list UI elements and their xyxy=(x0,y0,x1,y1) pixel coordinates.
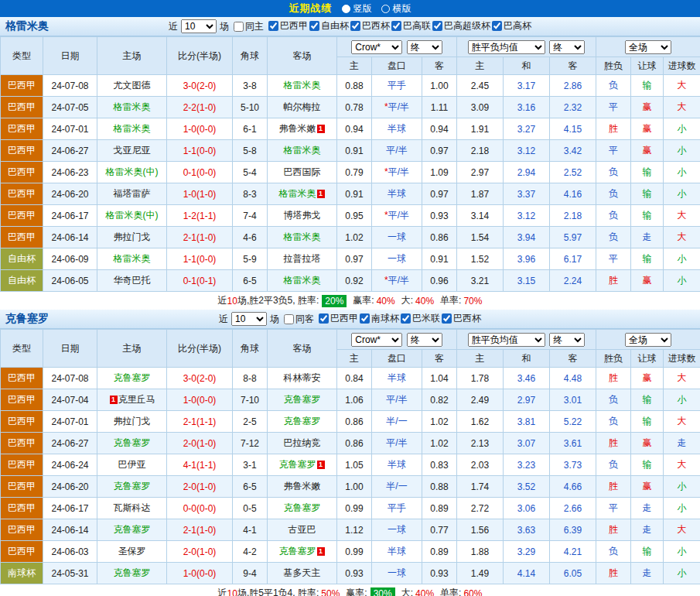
team-link[interactable]: 格雷米奥 xyxy=(279,188,316,199)
league-checkbox[interactable] xyxy=(492,21,502,31)
team-link[interactable]: 克鲁塞罗 xyxy=(114,567,151,578)
team-link[interactable]: 克鲁塞罗 xyxy=(114,481,151,492)
date-cell: 24-06-20 xyxy=(43,183,97,205)
avg-final-select[interactable]: 终 xyxy=(549,40,585,54)
same-venue-checkbox[interactable] xyxy=(234,22,244,32)
odds-provider-select[interactable]: Crow* xyxy=(351,333,402,347)
team-link[interactable]: 克鲁塞罗 xyxy=(114,372,151,383)
score-cell: 2-1(1-0) xyxy=(167,227,233,248)
team-link[interactable]: 福塔雷萨 xyxy=(114,188,151,199)
league-label: 巴西甲 xyxy=(280,19,308,33)
team-link[interactable]: 尤文图德 xyxy=(114,80,151,91)
league-checkbox[interactable] xyxy=(268,21,278,31)
team-link[interactable]: 弗鲁米嫩 xyxy=(284,481,321,492)
wdl-cell: 负 xyxy=(596,162,631,183)
team-link[interactable]: 格雷米奥(中) xyxy=(106,166,159,177)
team-link[interactable]: 格雷米奥 xyxy=(284,80,321,91)
same-venue-checkbox[interactable] xyxy=(284,314,294,324)
league-checkbox[interactable] xyxy=(360,313,370,324)
layout-option-horizontal[interactable]: 横版 xyxy=(381,2,411,15)
league-filter[interactable]: 巴西杯 xyxy=(442,312,481,325)
avg-away-cell: 3.01 xyxy=(550,389,596,411)
wdl-cell: 胜 xyxy=(596,563,631,584)
league-checkbox[interactable] xyxy=(442,313,452,324)
league-filter[interactable]: 巴高联 xyxy=(391,19,431,33)
team-link[interactable]: 巴拉纳竞 xyxy=(284,437,321,448)
team-link[interactable]: 弗拉门戈 xyxy=(114,416,151,426)
col-avg-draw: 和 xyxy=(504,350,550,368)
team-link[interactable]: 格雷米奥 xyxy=(284,145,321,156)
team-link[interactable]: 格雷米奥 xyxy=(114,101,151,112)
avg-home-cell: 2.45 xyxy=(457,75,504,97)
league-checkbox[interactable] xyxy=(309,21,319,31)
league-filter[interactable]: 巴西杯 xyxy=(350,19,390,33)
date-cell: 24-06-14 xyxy=(43,519,97,541)
team-link[interactable]: 弗拉门戈 xyxy=(114,231,151,242)
team-link[interactable]: 克里丘马 xyxy=(118,394,155,405)
team-link[interactable]: 格雷米奥 xyxy=(114,123,151,134)
team-link[interactable]: 克鲁塞罗 xyxy=(279,459,316,470)
radio-selected-icon[interactable] xyxy=(342,5,350,13)
team-link[interactable]: 拉普拉塔 xyxy=(284,253,321,264)
team-link[interactable]: 格雷米奥(中) xyxy=(106,210,159,221)
team-link[interactable]: 弗鲁米嫩 xyxy=(279,123,316,134)
same-venue-label: 同主 xyxy=(245,20,264,33)
odds-home-cell: 0.86 xyxy=(337,433,372,454)
radio-unselected-icon[interactable] xyxy=(381,5,390,13)
league-filter[interactable]: 巴西甲 xyxy=(319,312,358,325)
team-link[interactable]: 格雷米奥 xyxy=(114,253,151,264)
scope-select[interactable]: 全场 xyxy=(625,40,671,54)
league-checkbox[interactable] xyxy=(432,21,442,31)
league-checkbox[interactable] xyxy=(319,313,329,324)
league-filter[interactable]: 巴米联 xyxy=(401,312,440,325)
team-link[interactable]: 克鲁塞罗 xyxy=(279,546,316,557)
league-checkbox[interactable] xyxy=(391,21,401,31)
team-link[interactable]: 格雷米奥 xyxy=(284,275,321,286)
team-link[interactable]: 克鲁塞罗 xyxy=(114,437,151,448)
odds-provider-select[interactable]: Crow* xyxy=(351,40,402,54)
team-link[interactable]: 克鲁塞罗 xyxy=(114,524,151,535)
league-filter[interactable]: 自由杯 xyxy=(309,19,349,33)
avg-final-select[interactable]: 终 xyxy=(549,333,585,347)
odds-final-select[interactable]: 终 xyxy=(407,333,442,347)
team-link[interactable]: 博塔弗戈 xyxy=(284,210,321,221)
scope-select[interactable]: 全场 xyxy=(625,333,671,347)
league-checkbox[interactable] xyxy=(401,313,411,324)
league-filter[interactable]: 巴西甲 xyxy=(268,19,308,33)
team-link[interactable]: 瓦斯科达 xyxy=(114,502,151,513)
team-link[interactable]: 帕尔梅拉 xyxy=(284,101,321,112)
team-link[interactable]: 华奇巴托 xyxy=(114,275,151,286)
team-link[interactable]: 圣保罗 xyxy=(118,546,146,557)
team-link[interactable]: 基多天主 xyxy=(284,567,321,578)
league-filter[interactable]: 巴高超级杯 xyxy=(432,19,490,33)
team-link[interactable]: 格雷米奥 xyxy=(284,231,321,242)
league-label: 南球杯 xyxy=(371,312,399,325)
away-team-cell: 科林蒂安 xyxy=(268,368,337,389)
team-link[interactable]: 克鲁塞罗 xyxy=(284,416,321,426)
goals-result-cell: 小 xyxy=(664,389,700,411)
avg-type-select[interactable]: 胜平负均值 xyxy=(468,333,545,347)
league-type-cell: 自由杯 xyxy=(1,270,43,292)
team-link[interactable]: 克鲁塞罗 xyxy=(284,394,321,405)
same-venue-filter[interactable]: 同主 xyxy=(234,20,264,33)
same-venue-filter[interactable]: 同客 xyxy=(284,313,314,326)
league-filter[interactable]: 巴高杯 xyxy=(492,19,531,33)
avg-type-select[interactable]: 胜平负均值 xyxy=(468,40,545,54)
team-link[interactable]: 巴伊亚 xyxy=(118,459,146,470)
team-link[interactable]: 古亚巴 xyxy=(289,524,316,535)
team-link[interactable]: 巴西国际 xyxy=(284,166,321,177)
recent-count-select[interactable]: 10 xyxy=(231,312,267,326)
footer-summary-text: 场,胜2平3负5, 胜率: xyxy=(237,294,319,307)
table-row: 巴西甲24-06-20克鲁塞罗2-0(1-0)6-5弗鲁米嫩1.00半/一0.8… xyxy=(1,476,700,498)
league-checkbox[interactable] xyxy=(350,21,360,31)
handicap-cell: *平/半 xyxy=(372,205,422,227)
team-link[interactable]: 戈亚尼亚 xyxy=(114,145,151,156)
avg-away-cell: 4.16 xyxy=(550,183,596,205)
layout-option-vertical[interactable]: 竖版 xyxy=(342,2,372,15)
league-filter[interactable]: 南球杯 xyxy=(360,312,399,325)
recent-count-select[interactable]: 10 xyxy=(181,19,217,33)
team-link[interactable]: 科林蒂安 xyxy=(284,372,321,383)
team-link[interactable]: 克鲁塞罗 xyxy=(284,502,321,513)
odds-home-cell: 0.91 xyxy=(337,140,372,162)
odds-final-select[interactable]: 终 xyxy=(407,40,442,54)
